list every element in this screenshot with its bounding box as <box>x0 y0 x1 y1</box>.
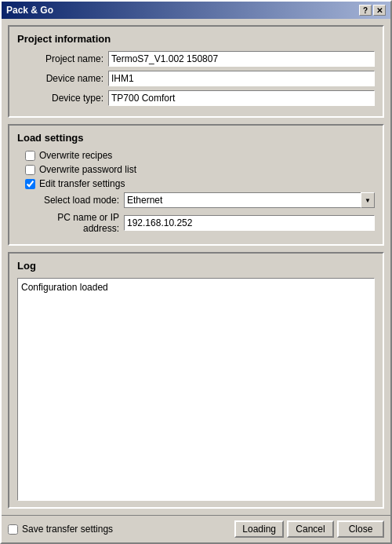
overwrite-recipes-checkbox[interactable] <box>25 151 35 161</box>
window-title: Pack & Go <box>6 5 53 16</box>
window-close-button[interactable]: ✕ <box>373 5 386 16</box>
load-settings-section: Load settings Overwrite recipes Overwrit… <box>8 124 384 246</box>
overwrite-password-row: Overwrite password list <box>25 164 375 175</box>
pc-name-label: PC name or IP address: <box>25 212 119 234</box>
edit-transfer-row: Edit transfer settings <box>25 178 375 189</box>
save-transfer-label: Save transfer settings <box>22 524 113 535</box>
log-title: Log <box>17 260 375 272</box>
save-transfer-checkbox[interactable] <box>8 524 18 535</box>
ip-address-row: PC name or IP address: <box>25 212 375 234</box>
project-name-label: Project name: <box>17 53 103 64</box>
overwrite-password-label: Overwrite password list <box>39 164 136 175</box>
device-type-row: Device type: <box>17 90 375 106</box>
load-mode-select[interactable]: Ethernet USB Serial <box>124 192 375 208</box>
project-info-title: Project information <box>17 33 375 45</box>
device-type-input[interactable] <box>108 90 375 106</box>
project-info-section: Project information Project name: Device… <box>8 25 384 118</box>
load-mode-select-wrapper: Ethernet USB Serial ▼ <box>124 192 375 208</box>
select-load-mode-label: Select load mode: <box>25 195 119 206</box>
overwrite-recipes-label: Overwrite recipes <box>39 150 112 161</box>
device-name-input[interactable] <box>108 71 375 86</box>
ip-address-input[interactable] <box>124 215 375 231</box>
bottom-bar: Save transfer settings Loading Cancel Cl… <box>2 515 390 542</box>
load-settings-title: Load settings <box>17 132 375 144</box>
project-name-row: Project name: <box>17 51 375 67</box>
overwrite-password-checkbox[interactable] <box>25 165 35 175</box>
select-load-mode-row: Select load mode: Ethernet USB Serial ▼ <box>25 192 375 208</box>
loading-button[interactable]: Loading <box>234 520 284 538</box>
edit-transfer-label: Edit transfer settings <box>39 178 125 189</box>
close-button[interactable]: Close <box>337 520 384 538</box>
save-transfer-row: Save transfer settings <box>8 524 113 535</box>
cancel-button[interactable]: Cancel <box>287 520 334 538</box>
overwrite-recipes-row: Overwrite recipes <box>25 150 375 161</box>
log-content: Configuration loaded <box>17 278 375 501</box>
device-type-label: Device type: <box>17 93 103 104</box>
title-bar-buttons: ? ✕ <box>359 5 386 16</box>
action-buttons: Loading Cancel Close <box>234 520 384 538</box>
main-window: Pack & Go ? ✕ Project information Projec… <box>0 0 392 544</box>
title-bar: Pack & Go ? ✕ <box>2 2 390 19</box>
project-name-input[interactable] <box>108 51 375 67</box>
help-button[interactable]: ? <box>359 5 372 16</box>
log-section: Log Configuration loaded <box>8 252 384 509</box>
main-content: Project information Project name: Device… <box>2 19 390 515</box>
device-name-row: Device name: <box>17 71 375 86</box>
device-name-label: Device name: <box>17 73 103 84</box>
edit-transfer-checkbox[interactable] <box>25 179 35 189</box>
